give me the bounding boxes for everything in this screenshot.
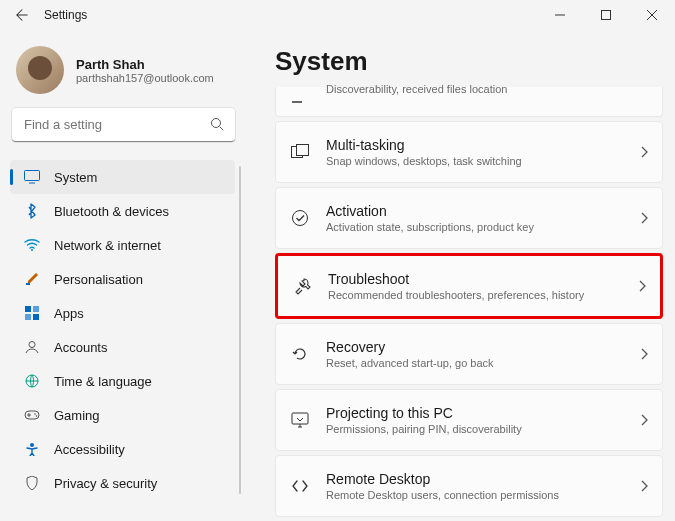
card-title: Projecting to this PC	[326, 405, 522, 421]
svg-point-3	[31, 249, 33, 251]
activation-icon	[290, 208, 310, 228]
sidebar-item-label: Network & internet	[54, 238, 161, 253]
svg-rect-0	[602, 11, 611, 20]
svg-point-9	[29, 342, 35, 348]
gaming-icon	[24, 407, 40, 423]
chevron-right-icon	[638, 280, 646, 292]
sidebar-item-bluetooth[interactable]: Bluetooth & devices	[10, 194, 235, 228]
search-input[interactable]	[12, 108, 235, 142]
recovery-icon	[290, 344, 310, 364]
svg-point-17	[293, 211, 308, 226]
user-name: Parth Shah	[76, 57, 214, 72]
avatar	[16, 46, 64, 94]
system-icon	[24, 169, 40, 185]
svg-rect-16	[297, 145, 309, 156]
card-partial-top[interactable]: Discoverability, received files location	[275, 87, 663, 117]
card-subtitle: Snap windows, desktops, task switching	[326, 155, 522, 167]
svg-rect-7	[25, 314, 31, 320]
sidebar-item-apps[interactable]: Apps	[10, 296, 235, 330]
card-subtitle: Activation state, subscriptions, product…	[326, 221, 534, 233]
titlebar: Settings	[0, 0, 675, 30]
minus-icon	[290, 92, 310, 112]
sidebar-item-label: Privacy & security	[54, 476, 157, 491]
sidebar-item-privacy[interactable]: Privacy & security	[10, 466, 235, 500]
sidebar-item-accessibility[interactable]: Accessibility	[10, 432, 235, 466]
sidebar-item-system[interactable]: System	[10, 160, 235, 194]
card-recovery[interactable]: Recovery Reset, advanced start-up, go ba…	[275, 323, 663, 385]
arrow-left-icon	[15, 8, 29, 22]
sidebar-item-label: Accounts	[54, 340, 107, 355]
svg-point-12	[34, 413, 36, 415]
sidebar: Parth Shah parthshah157@outlook.com Syst…	[0, 30, 245, 521]
svg-rect-8	[33, 314, 39, 320]
close-button[interactable]	[629, 0, 675, 30]
card-activation[interactable]: Activation Activation state, subscriptio…	[275, 187, 663, 249]
card-subtitle: Remote Desktop users, connection permiss…	[326, 489, 559, 501]
minimize-button[interactable]	[537, 0, 583, 30]
projecting-icon	[290, 410, 310, 430]
sidebar-item-accounts[interactable]: Accounts	[10, 330, 235, 364]
svg-rect-2	[25, 171, 40, 181]
nav-scrollbar[interactable]	[239, 166, 241, 494]
svg-point-13	[36, 415, 38, 417]
chevron-right-icon	[640, 414, 648, 426]
svg-rect-6	[33, 306, 39, 312]
svg-rect-4	[26, 283, 30, 285]
card-title: Activation	[326, 203, 534, 219]
card-subtitle: Permissions, pairing PIN, discoverabilit…	[326, 423, 522, 435]
sidebar-item-label: Gaming	[54, 408, 100, 423]
search-icon	[209, 116, 225, 132]
sidebar-item-personalisation[interactable]: Personalisation	[10, 262, 235, 296]
chevron-right-icon	[640, 348, 648, 360]
sidebar-item-label: Apps	[54, 306, 84, 321]
svg-rect-5	[25, 306, 31, 312]
user-email: parthshah157@outlook.com	[76, 72, 214, 84]
chevron-right-icon	[640, 146, 648, 158]
back-button[interactable]	[8, 1, 36, 29]
minimize-icon	[555, 10, 565, 20]
card-troubleshoot[interactable]: Troubleshoot Recommended troubleshooters…	[275, 253, 663, 319]
sidebar-item-time-language[interactable]: Time & language	[10, 364, 235, 398]
sidebar-item-label: Bluetooth & devices	[54, 204, 169, 219]
remote-desktop-icon	[290, 476, 310, 496]
card-subtitle: Discoverability, received files location	[326, 83, 507, 95]
card-remote-desktop[interactable]: Remote Desktop Remote Desktop users, con…	[275, 455, 663, 517]
card-multitasking[interactable]: Multi-tasking Snap windows, desktops, ta…	[275, 121, 663, 183]
chevron-right-icon	[640, 212, 648, 224]
accessibility-icon	[24, 441, 40, 457]
multitasking-icon	[290, 142, 310, 162]
window-title: Settings	[44, 8, 87, 22]
card-title: Multi-tasking	[326, 137, 522, 153]
card-title: Remote Desktop	[326, 471, 559, 487]
card-projecting[interactable]: Projecting to this PC Permissions, pairi…	[275, 389, 663, 451]
svg-point-1	[212, 119, 221, 128]
maximize-button[interactable]	[583, 0, 629, 30]
troubleshoot-icon	[292, 276, 312, 296]
accounts-icon	[24, 339, 40, 355]
sidebar-item-label: System	[54, 170, 97, 185]
sidebar-item-network[interactable]: Network & internet	[10, 228, 235, 262]
wifi-icon	[24, 237, 40, 253]
apps-icon	[24, 305, 40, 321]
close-icon	[647, 10, 657, 20]
card-subtitle: Recommended troubleshooters, preferences…	[328, 289, 584, 301]
profile-block[interactable]: Parth Shah parthshah157@outlook.com	[4, 38, 245, 108]
maximize-icon	[601, 10, 611, 20]
bluetooth-icon	[24, 203, 40, 219]
page-title: System	[275, 46, 663, 77]
card-title: Troubleshoot	[328, 271, 584, 287]
svg-rect-18	[292, 413, 308, 424]
globe-icon	[24, 373, 40, 389]
sidebar-item-label: Personalisation	[54, 272, 143, 287]
card-subtitle: Reset, advanced start-up, go back	[326, 357, 494, 369]
sidebar-item-label: Time & language	[54, 374, 152, 389]
sidebar-item-gaming[interactable]: Gaming	[10, 398, 235, 432]
svg-point-14	[30, 443, 34, 447]
sidebar-item-label: Accessibility	[54, 442, 125, 457]
chevron-right-icon	[640, 480, 648, 492]
card-title: Recovery	[326, 339, 494, 355]
paint-icon	[24, 271, 40, 287]
shield-icon	[24, 475, 40, 491]
